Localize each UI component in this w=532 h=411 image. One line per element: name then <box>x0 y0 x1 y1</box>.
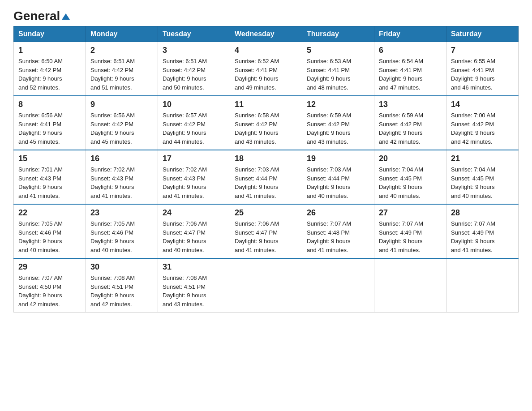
calendar-week-row: 8 Sunrise: 6:56 AMSunset: 4:41 PMDayligh… <box>14 96 519 150</box>
calendar-day-25: 25 Sunrise: 7:06 AMSunset: 4:47 PMDaylig… <box>230 204 302 258</box>
calendar-day-22: 22 Sunrise: 7:05 AMSunset: 4:46 PMDaylig… <box>14 204 86 258</box>
logo-triangle-icon <box>62 13 70 20</box>
calendar-day-20: 20 Sunrise: 7:04 AMSunset: 4:45 PMDaylig… <box>374 150 446 204</box>
header-thursday: Thursday <box>302 26 374 42</box>
calendar-day-12: 12 Sunrise: 6:59 AMSunset: 4:42 PMDaylig… <box>302 96 374 150</box>
calendar-day-10: 10 Sunrise: 6:57 AMSunset: 4:42 PMDaylig… <box>158 96 230 150</box>
calendar-day-13: 13 Sunrise: 6:59 AMSunset: 4:42 PMDaylig… <box>374 96 446 150</box>
calendar-week-row: 29 Sunrise: 7:07 AMSunset: 4:50 PMDaylig… <box>14 258 519 313</box>
day-info: Sunrise: 7:07 AMSunset: 4:49 PMDaylight:… <box>451 220 495 253</box>
day-number: 6 <box>379 46 442 55</box>
day-number: 14 <box>451 100 514 109</box>
calendar-header-row: SundayMondayTuesdayWednesdayThursdayFrid… <box>14 26 519 42</box>
day-info: Sunrise: 7:06 AMSunset: 4:47 PMDaylight:… <box>235 220 279 253</box>
calendar-empty-cell <box>230 258 302 313</box>
day-number: 3 <box>163 46 225 55</box>
day-number: 18 <box>235 154 297 163</box>
day-number: 22 <box>18 208 81 218</box>
calendar-day-18: 18 Sunrise: 7:03 AMSunset: 4:44 PMDaylig… <box>230 150 302 204</box>
day-info: Sunrise: 6:53 AMSunset: 4:41 PMDaylight:… <box>307 58 351 91</box>
day-info: Sunrise: 7:07 AMSunset: 4:48 PMDaylight:… <box>307 220 351 253</box>
day-number: 13 <box>379 100 442 109</box>
day-number: 1 <box>18 46 81 55</box>
calendar-empty-cell <box>302 258 374 313</box>
header-tuesday: Tuesday <box>158 26 230 42</box>
calendar-day-3: 3 Sunrise: 6:51 AMSunset: 4:42 PMDayligh… <box>158 42 230 96</box>
day-number: 21 <box>451 154 514 163</box>
calendar-day-2: 2 Sunrise: 6:51 AMSunset: 4:42 PMDayligh… <box>86 42 158 96</box>
day-number: 26 <box>307 208 369 218</box>
day-number: 4 <box>235 46 297 55</box>
page-header: General <box>13 9 519 21</box>
calendar-day-7: 7 Sunrise: 6:55 AMSunset: 4:41 PMDayligh… <box>446 42 519 96</box>
calendar-day-5: 5 Sunrise: 6:53 AMSunset: 4:41 PMDayligh… <box>302 42 374 96</box>
calendar-day-4: 4 Sunrise: 6:52 AMSunset: 4:41 PMDayligh… <box>230 42 302 96</box>
day-info: Sunrise: 6:51 AMSunset: 4:42 PMDaylight:… <box>163 58 207 91</box>
day-number: 10 <box>163 100 225 109</box>
calendar-day-29: 29 Sunrise: 7:07 AMSunset: 4:50 PMDaylig… <box>14 258 86 313</box>
day-number: 2 <box>90 46 153 55</box>
day-number: 9 <box>90 100 153 109</box>
header-monday: Monday <box>86 26 158 42</box>
day-info: Sunrise: 7:02 AMSunset: 4:43 PMDaylight:… <box>90 166 135 199</box>
calendar-day-21: 21 Sunrise: 7:04 AMSunset: 4:45 PMDaylig… <box>446 150 519 204</box>
day-info: Sunrise: 7:07 AMSunset: 4:50 PMDaylight:… <box>18 274 63 308</box>
day-info: Sunrise: 7:01 AMSunset: 4:43 PMDaylight:… <box>18 166 63 199</box>
day-info: Sunrise: 7:04 AMSunset: 4:45 PMDaylight:… <box>379 166 423 199</box>
logo-general-text: General <box>13 9 60 23</box>
day-info: Sunrise: 7:02 AMSunset: 4:43 PMDaylight:… <box>163 166 207 199</box>
day-info: Sunrise: 6:59 AMSunset: 4:42 PMDaylight:… <box>379 112 423 145</box>
day-info: Sunrise: 7:07 AMSunset: 4:49 PMDaylight:… <box>379 220 423 253</box>
calendar-day-8: 8 Sunrise: 6:56 AMSunset: 4:41 PMDayligh… <box>14 96 86 150</box>
calendar-day-26: 26 Sunrise: 7:07 AMSunset: 4:48 PMDaylig… <box>302 204 374 258</box>
day-info: Sunrise: 7:03 AMSunset: 4:44 PMDaylight:… <box>235 166 279 199</box>
calendar-week-row: 1 Sunrise: 6:50 AMSunset: 4:42 PMDayligh… <box>14 42 519 96</box>
header-friday: Friday <box>374 26 446 42</box>
calendar-empty-cell <box>446 258 519 313</box>
day-number: 17 <box>163 154 225 163</box>
day-number: 31 <box>163 262 225 272</box>
header-sunday: Sunday <box>14 26 86 42</box>
calendar-day-23: 23 Sunrise: 7:05 AMSunset: 4:46 PMDaylig… <box>86 204 158 258</box>
day-info: Sunrise: 6:58 AMSunset: 4:42 PMDaylight:… <box>235 112 279 145</box>
day-number: 24 <box>163 208 225 218</box>
day-number: 7 <box>451 46 514 55</box>
calendar-table: SundayMondayTuesdayWednesdayThursdayFrid… <box>13 26 519 313</box>
logo: General <box>13 9 70 21</box>
calendar-day-17: 17 Sunrise: 7:02 AMSunset: 4:43 PMDaylig… <box>158 150 230 204</box>
day-number: 19 <box>307 154 369 163</box>
day-info: Sunrise: 6:59 AMSunset: 4:42 PMDaylight:… <box>307 112 351 145</box>
calendar-day-6: 6 Sunrise: 6:54 AMSunset: 4:41 PMDayligh… <box>374 42 446 96</box>
calendar-week-row: 22 Sunrise: 7:05 AMSunset: 4:46 PMDaylig… <box>14 204 519 258</box>
calendar-day-14: 14 Sunrise: 7:00 AMSunset: 4:42 PMDaylig… <box>446 96 519 150</box>
calendar-day-11: 11 Sunrise: 6:58 AMSunset: 4:42 PMDaylig… <box>230 96 302 150</box>
header-saturday: Saturday <box>446 26 519 42</box>
calendar-day-9: 9 Sunrise: 6:56 AMSunset: 4:42 PMDayligh… <box>86 96 158 150</box>
day-info: Sunrise: 7:08 AMSunset: 4:51 PMDaylight:… <box>163 274 207 308</box>
calendar-day-1: 1 Sunrise: 6:50 AMSunset: 4:42 PMDayligh… <box>14 42 86 96</box>
calendar-day-28: 28 Sunrise: 7:07 AMSunset: 4:49 PMDaylig… <box>446 204 519 258</box>
day-number: 29 <box>18 262 81 272</box>
day-info: Sunrise: 6:56 AMSunset: 4:41 PMDaylight:… <box>18 112 63 145</box>
day-info: Sunrise: 7:00 AMSunset: 4:42 PMDaylight:… <box>451 112 495 145</box>
day-info: Sunrise: 7:04 AMSunset: 4:45 PMDaylight:… <box>451 166 495 199</box>
day-number: 28 <box>451 208 514 218</box>
day-number: 23 <box>90 208 153 218</box>
day-number: 30 <box>90 262 153 272</box>
day-number: 5 <box>307 46 369 55</box>
day-number: 12 <box>307 100 369 109</box>
day-info: Sunrise: 7:06 AMSunset: 4:47 PMDaylight:… <box>163 220 207 253</box>
day-info: Sunrise: 7:05 AMSunset: 4:46 PMDaylight:… <box>90 220 135 253</box>
calendar-day-27: 27 Sunrise: 7:07 AMSunset: 4:49 PMDaylig… <box>374 204 446 258</box>
calendar-day-15: 15 Sunrise: 7:01 AMSunset: 4:43 PMDaylig… <box>14 150 86 204</box>
day-info: Sunrise: 6:52 AMSunset: 4:41 PMDaylight:… <box>235 58 279 91</box>
day-info: Sunrise: 7:08 AMSunset: 4:51 PMDaylight:… <box>90 274 135 308</box>
day-number: 25 <box>235 208 297 218</box>
day-number: 20 <box>379 154 442 163</box>
day-info: Sunrise: 6:56 AMSunset: 4:42 PMDaylight:… <box>90 112 135 145</box>
calendar-day-24: 24 Sunrise: 7:06 AMSunset: 4:47 PMDaylig… <box>158 204 230 258</box>
calendar-week-row: 15 Sunrise: 7:01 AMSunset: 4:43 PMDaylig… <box>14 150 519 204</box>
day-info: Sunrise: 6:57 AMSunset: 4:42 PMDaylight:… <box>163 112 207 145</box>
day-info: Sunrise: 6:54 AMSunset: 4:41 PMDaylight:… <box>379 58 423 91</box>
calendar-day-19: 19 Sunrise: 7:03 AMSunset: 4:44 PMDaylig… <box>302 150 374 204</box>
